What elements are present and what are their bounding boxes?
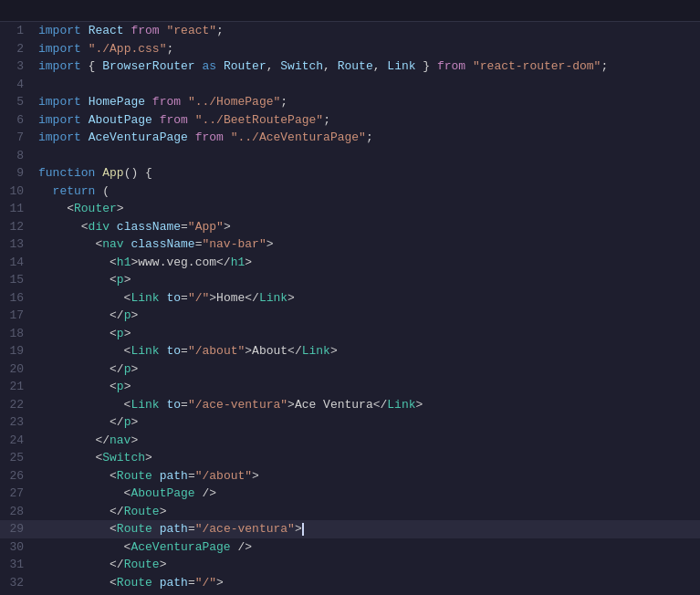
line-number: 18 (0, 325, 35, 343)
token-plain: } (416, 59, 437, 73)
token-plain (81, 113, 89, 127)
code-line: 4 (0, 76, 700, 94)
token-kw2: from (437, 59, 465, 73)
token-str: "nav-bar" (202, 237, 266, 251)
token-kw: import (38, 59, 81, 73)
token-str2: "../BeetRoutePage" (195, 113, 323, 127)
token-tag: p (117, 273, 124, 287)
code-line: 15 <p> (0, 271, 700, 289)
code-line: 12 <div className="App"> (0, 218, 700, 236)
line-number: 31 (0, 556, 35, 574)
token-plain: = (188, 469, 195, 483)
token-plain (188, 130, 195, 144)
token-tag: p (117, 327, 124, 340)
token-plain: = (181, 398, 188, 412)
token-plain: </ (38, 433, 110, 447)
code-line: 30 <AceVenturaPage /> (0, 538, 700, 557)
line-content: <Router> (35, 200, 700, 218)
token-plain (465, 59, 473, 73)
token-str: "/ace-ventura" (195, 522, 295, 536)
token-plain: /> (195, 486, 216, 500)
token-plain (152, 576, 160, 590)
line-number: 10 (0, 183, 35, 201)
token-kw2: from (195, 130, 224, 144)
token-plain: > (245, 256, 252, 269)
line-content: <HomePage /> (35, 591, 700, 595)
token-plain (81, 42, 89, 56)
code-line: 17 </p> (0, 307, 700, 325)
line-number: 7 (0, 129, 35, 147)
token-str: "./App.css" (89, 42, 167, 56)
token-plain: ; (601, 59, 608, 73)
line-number: 27 (0, 485, 35, 503)
line-number: 8 (0, 147, 35, 165)
token-plain: < (38, 237, 102, 251)
line-content: <Link to="/about">About</Link> (35, 342, 700, 360)
code-line: 16 <Link to="/">Home</Link> (0, 289, 700, 308)
line-content: </p> (35, 360, 700, 379)
token-component: Link (387, 398, 415, 412)
code-editor: 1import React from "react";2import "./Ap… (0, 22, 700, 595)
token-plain (188, 113, 195, 127)
line-number: 13 (0, 235, 35, 254)
code-line: 29 <Route path="/ace-ventura"> (0, 520, 700, 538)
line-number: 14 (0, 254, 35, 272)
line-content: </p> (35, 413, 700, 432)
token-kw: function (38, 166, 95, 180)
token-plain: < (38, 256, 117, 269)
token-import-name: Router (224, 59, 266, 73)
token-component: Route (117, 469, 152, 483)
token-plain: </ (38, 558, 124, 571)
token-kw: import (38, 24, 81, 37)
token-plain (181, 95, 188, 109)
line-content: <div className="App"> (35, 218, 700, 236)
token-plain: >www.veg.com</ (131, 256, 230, 269)
token-attr: className (131, 237, 194, 251)
token-str: "/about" (188, 344, 245, 358)
token-plain: < (38, 540, 131, 554)
token-plain: >Home</ (209, 291, 259, 305)
token-tag: div (89, 220, 110, 234)
line-content: import { BrowserRouter as Router, Switch… (35, 57, 700, 76)
token-plain: > (216, 576, 224, 590)
line-content: return ( (35, 183, 700, 201)
token-component: Link (259, 291, 287, 305)
token-component: Route (117, 576, 152, 590)
token-tag: h1 (231, 256, 246, 269)
token-plain: > (131, 433, 138, 447)
token-plain: ; (323, 113, 330, 127)
code-line: 7import AceVenturaPage from "../AceVentu… (0, 129, 700, 147)
code-line: 6import AboutPage from "../BeetRoutePage… (0, 111, 700, 130)
line-content: <p> (35, 325, 700, 343)
line-content: import "./App.css"; (35, 40, 700, 58)
token-plain: ; (280, 95, 287, 109)
code-line: 1import React from "react"; (0, 22, 700, 40)
token-component: Router (74, 202, 117, 215)
token-plain: < (38, 398, 131, 412)
token-plain: > (131, 308, 138, 322)
token-plain: >About</ (245, 344, 301, 358)
token-plain: > (124, 380, 131, 393)
line-number: 24 (0, 432, 35, 450)
token-import-name: BrowserRouter (102, 59, 194, 73)
token-plain: < (38, 344, 131, 358)
token-attr: path (160, 469, 188, 483)
token-plain: = (188, 522, 195, 536)
token-plain (152, 113, 160, 127)
token-component: Route (117, 522, 152, 536)
token-plain: > (224, 220, 231, 234)
line-number: 33 (0, 591, 35, 595)
code-line: 24 </nav> (0, 432, 700, 450)
code-line: 19 <Link to="/about">About</Link> (0, 342, 700, 360)
token-component: Route (124, 558, 160, 571)
token-kw2: from (160, 113, 188, 127)
line-content: </Route> (35, 556, 700, 574)
token-plain: < (38, 291, 131, 305)
token-plain: < (38, 576, 117, 590)
token-kw2: from (131, 24, 159, 37)
line-number: 9 (0, 164, 35, 183)
token-plain: , (266, 59, 281, 73)
line-number: 6 (0, 111, 35, 130)
token-component: Switch (102, 451, 145, 465)
token-plain: > (330, 344, 338, 358)
